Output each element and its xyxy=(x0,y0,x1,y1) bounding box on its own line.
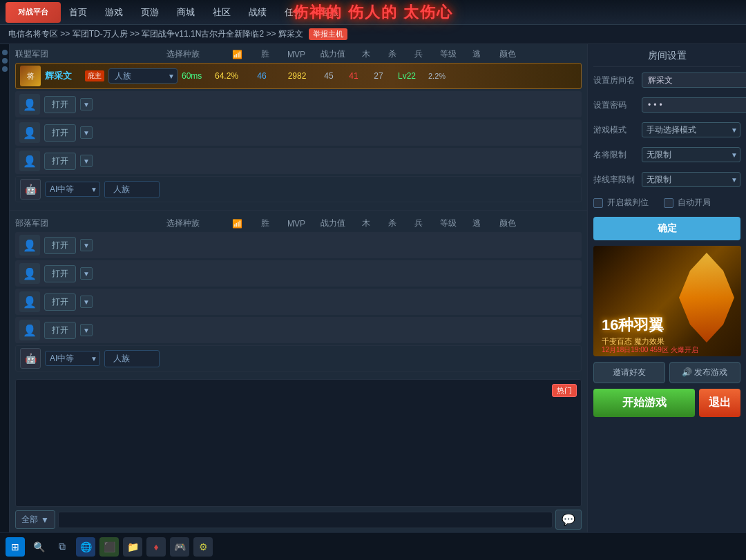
enemy-slot-avatar-2: 👤 xyxy=(19,263,40,284)
broadcast-button[interactable]: 🔊 发布游戏 xyxy=(669,362,741,383)
enemy-col-wood: 木 xyxy=(356,218,376,229)
disconnect-limit-select[interactable]: 无限制 xyxy=(642,172,740,187)
enemy-col-escape: 逃 xyxy=(468,218,485,229)
host-race-select[interactable]: 人族 兽族 xyxy=(108,68,178,84)
host-escape: 2.2% xyxy=(425,72,449,80)
host-badge: 庇主 xyxy=(85,70,104,81)
ally-open-btn-3[interactable]: 打开 xyxy=(44,153,76,170)
ally-open-btn-2[interactable]: 打开 xyxy=(44,124,76,142)
disconnect-limit-label: 掉线率限制 xyxy=(593,174,642,186)
nav-records[interactable]: 战绩 xyxy=(246,5,269,20)
ally-col-race: 选择种族 xyxy=(145,48,221,60)
password-input[interactable] xyxy=(642,97,746,113)
disconnect-limit-wrapper[interactable]: 无限制 ▼ xyxy=(642,172,740,187)
ally-dropdown-1[interactable]: ▼ xyxy=(80,98,93,110)
ally-team-label: 联盟军团 xyxy=(15,48,140,60)
ally-col-win: 胜 xyxy=(253,48,277,60)
room-name-input[interactable] xyxy=(642,73,746,88)
report-badge[interactable]: 举报主机 xyxy=(309,28,347,40)
chat-send-button[interactable]: 💬 xyxy=(555,510,582,530)
enemy-ai-level-wrapper[interactable]: AI中等 AI简单 AI困难 ▼ xyxy=(45,351,100,366)
general-limit-select[interactable]: 无限制 xyxy=(642,147,740,162)
enemy-dropdown-4[interactable]: ▼ xyxy=(80,324,93,336)
host-kill: 41 xyxy=(343,71,364,81)
host-mvp: 46 xyxy=(248,71,276,81)
ally-open-btn-1[interactable]: 打开 xyxy=(44,96,76,113)
enemy-col-power: 战力值 xyxy=(316,218,350,229)
general-limit-wrapper[interactable]: 无限制 ▼ xyxy=(642,147,740,162)
ai-icon-ally: 🤖 xyxy=(20,179,41,200)
ally-col-color: 颜色 xyxy=(490,48,525,60)
auto-start-checkbox[interactable] xyxy=(664,198,673,208)
host-ms: 60ms xyxy=(182,71,211,81)
invite-button[interactable]: 邀请好友 xyxy=(593,362,665,383)
taskview-button[interactable]: ⧉ xyxy=(52,537,72,557)
ally-dropdown-3[interactable]: ▼ xyxy=(80,155,93,167)
ally-ai-level-wrapper[interactable]: AI中等 AI简单 AI困难 ▼ xyxy=(45,182,100,197)
logo-text: 对战平台 xyxy=(18,7,48,17)
enemy-open-btn-2[interactable]: 打开 xyxy=(44,265,76,282)
nav-home[interactable]: 首页 xyxy=(66,5,90,20)
game-mode-select[interactable]: 手动选择模式 随机模式 xyxy=(642,122,740,137)
slot-avatar-1: 👤 xyxy=(19,94,40,115)
browser-button[interactable]: 🌐 xyxy=(76,537,95,557)
ally-col-level: 等级 xyxy=(434,48,462,60)
chat-input-row: 全部 ▼ 💬 xyxy=(15,510,582,530)
enemy-dropdown-3[interactable]: ▼ xyxy=(80,296,93,308)
game-mode-wrapper[interactable]: 手动选择模式 随机模式 ▼ xyxy=(642,122,740,137)
room-name-row: 设置房间名 xyxy=(593,73,740,88)
ally-dropdown-2[interactable]: ▼ xyxy=(80,126,93,139)
enemy-slot-4: 👤 打开 ▼ xyxy=(15,317,582,343)
sidebar-dot xyxy=(2,66,8,72)
start-game-button[interactable]: 开始游戏 xyxy=(593,389,695,417)
breadcrumb-path: 电信名将专区 >> 军团TD-万人房 >> 军团战争v11.1N古尔丹全新降临2… xyxy=(8,28,303,40)
enemy-open-btn-1[interactable]: 打开 xyxy=(44,237,76,254)
referee-row: 开启裁判位 自动开局 xyxy=(593,197,740,209)
ally-ai-race: 人族 xyxy=(104,181,160,198)
app5-button[interactable]: ⚙ xyxy=(193,537,213,557)
enemy-dropdown-2[interactable]: ▼ xyxy=(80,267,93,280)
ally-slot-2: 👤 打开 ▼ xyxy=(15,119,582,146)
nav-shop[interactable]: 商城 xyxy=(174,5,198,20)
enemy-open-btn-3[interactable]: 打开 xyxy=(44,293,76,311)
app4-button[interactable]: 🎮 xyxy=(170,537,189,557)
ally-col-mvp: MVP xyxy=(283,50,310,59)
app1-button[interactable]: ⬛ xyxy=(99,537,119,557)
host-race-select-wrapper[interactable]: 人族 兽族 ▼ xyxy=(108,68,178,84)
chat-box: 热门 xyxy=(15,379,582,507)
host-wood: 45 xyxy=(318,71,339,81)
nav-game[interactable]: 游戏 xyxy=(102,5,126,20)
filter-label: 全部 xyxy=(21,514,38,525)
nav-browser-game[interactable]: 页游 xyxy=(138,5,162,20)
enemy-col-kill: 杀 xyxy=(382,218,403,229)
enemy-col-race: 选择种族 xyxy=(145,218,221,229)
general-limit-row: 名将限制 无限制 ▼ xyxy=(593,147,740,162)
app2-button[interactable]: 📁 xyxy=(123,537,142,557)
host-avatar: 将 xyxy=(20,66,41,86)
password-row: 设置密码 👁 xyxy=(593,97,740,113)
panel-title: 房间设置 xyxy=(593,50,740,67)
nav-community[interactable]: 社区 xyxy=(210,5,233,20)
chat-filter-btn[interactable]: 全部 ▼ xyxy=(15,510,55,529)
start-menu-button[interactable]: ⊞ xyxy=(6,537,25,557)
referee-checkbox[interactable] xyxy=(593,198,603,208)
ally-ai-level-select[interactable]: AI中等 AI简单 AI困难 xyxy=(45,182,100,197)
enemy-col-color: 颜色 xyxy=(490,218,525,229)
enemy-open-btn-4[interactable]: 打开 xyxy=(44,322,76,339)
confirm-button[interactable]: 确定 xyxy=(593,217,740,240)
sidebar-dot xyxy=(2,58,8,64)
enemy-team-header: 部落军团 选择种族 📶 胜 MVP 战力值 木 杀 兵 等级 逃 颜色 xyxy=(15,218,582,229)
enemy-ai-level-select[interactable]: AI中等 AI简单 AI困难 xyxy=(45,351,100,366)
search-taskbar-button[interactable]: 🔍 xyxy=(29,537,48,557)
ally-slot-1: 👤 打开 ▼ xyxy=(15,91,582,117)
enemy-dropdown-1[interactable]: ▼ xyxy=(80,239,93,251)
ally-col-soldier: 兵 xyxy=(408,48,429,60)
team-divider xyxy=(10,210,587,211)
host-soldier: 27 xyxy=(368,71,389,81)
chat-input[interactable] xyxy=(58,512,553,528)
ally-col-power: 战力值 xyxy=(316,48,350,60)
ally-ai-row: 🤖 AI中等 AI简单 AI困难 ▼ 人族 xyxy=(15,176,582,202)
quit-button[interactable]: 退出 xyxy=(699,389,740,417)
enemy-col-soldier: 兵 xyxy=(408,218,429,229)
app3-button[interactable]: ♦ xyxy=(146,537,166,557)
